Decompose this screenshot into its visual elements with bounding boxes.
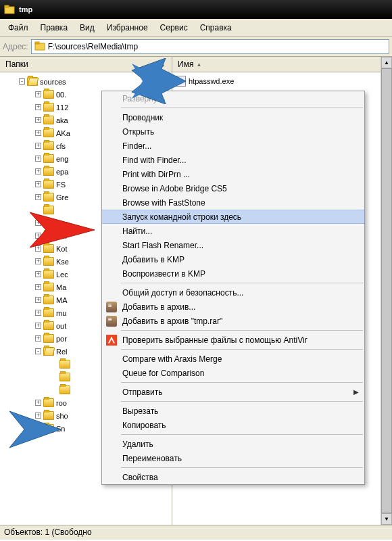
expand-icon[interactable]: + — [35, 297, 41, 303]
context-menu-item-label: Добавить в архив "tmp.rar" — [122, 316, 222, 326]
context-menu-item-label: Свойства — [122, 473, 158, 482]
context-menu-item[interactable]: Воспроизвести в KMP — [102, 266, 364, 281]
expand-icon[interactable]: + — [35, 91, 41, 97]
expand-icon[interactable]: + — [35, 284, 41, 290]
context-menu-item[interactable]: Удалить — [102, 437, 364, 451]
context-menu-item[interactable]: Проводник — [102, 110, 364, 124]
folder-icon — [4, 4, 15, 15]
address-label: Адрес: — [3, 42, 28, 51]
context-menu-item[interactable]: Browse in Adobe Bridge CS5 — [102, 181, 364, 195]
folder-icon — [59, 385, 70, 394]
expand-icon[interactable]: + — [35, 143, 41, 149]
column-header-name[interactable]: Имя ▲ — [172, 57, 392, 72]
context-menu-item[interactable]: Добавить в архив "tmp.rar" — [102, 314, 364, 328]
context-menu-item-label: Удалить — [122, 440, 153, 449]
expand-icon[interactable]: + — [35, 335, 41, 342]
tree-spacer — [51, 361, 57, 367]
tree-item-label: Ma — [56, 283, 66, 291]
collapse-icon[interactable]: - — [19, 78, 25, 85]
context-menu-item-label: Browse with FastStone — [122, 198, 205, 208]
context-menu-item[interactable]: Добавить в KMP — [102, 252, 364, 266]
tree-item-label: out — [56, 322, 66, 330]
context-menu-item[interactable]: Start Flash Renamer... — [102, 238, 364, 252]
folder-icon — [43, 270, 54, 279]
folder-icon — [43, 257, 54, 266]
expand-icon[interactable]: + — [35, 271, 41, 277]
annotation-arrow-red — [30, 208, 104, 252]
menu-tools[interactable]: Сервис — [155, 20, 193, 35]
expand-icon[interactable]: + — [35, 104, 41, 110]
context-menu-item[interactable]: Добавить в архив... — [102, 300, 364, 314]
expand-icon[interactable]: + — [35, 156, 41, 162]
menu-view[interactable]: Вид — [74, 20, 100, 35]
context-menu-item[interactable]: Finder... — [102, 139, 364, 153]
expand-icon[interactable]: + — [35, 181, 41, 187]
context-menu-item[interactable]: Print with DirPrn ... — [102, 167, 364, 181]
context-menu-separator — [121, 382, 363, 383]
annotation-arrow-blue-top — [132, 58, 186, 104]
context-menu-item[interactable]: Открыть — [102, 124, 364, 139]
menu-file[interactable]: Файл — [3, 20, 34, 35]
tree-item-label: AKa — [56, 129, 70, 137]
tree-item-label: epa — [56, 168, 68, 176]
context-menu-item[interactable]: Browse with FastStone — [102, 195, 364, 210]
folder-icon — [43, 180, 54, 189]
context-menu-separator — [121, 283, 363, 283]
context-menu-item-label: Find with Finder... — [122, 156, 187, 165]
expand-icon[interactable]: + — [35, 400, 41, 406]
tree-item-label: MA — [56, 296, 68, 304]
scroll-track[interactable] — [381, 68, 392, 513]
context-menu-item[interactable]: Копировать — [102, 418, 364, 432]
folder-icon — [43, 167, 54, 176]
tree-item-label: 112 — [56, 103, 68, 112]
menubar: Файл Правка Вид Избранное Сервис Справка — [0, 19, 392, 37]
tree-item-label: Kse — [56, 258, 69, 266]
tree-item-label: FS — [56, 181, 66, 189]
context-menu-item[interactable]: Queue for Comparison — [102, 366, 364, 380]
address-input[interactable]: F:\sources\RelMedia\tmp — [31, 39, 389, 54]
context-menu-item-label: Переименовать — [122, 454, 182, 463]
context-menu-item-label: Общий доступ и безопасность... — [122, 288, 243, 298]
tree-spacer — [51, 374, 57, 380]
tree-item-label: aka — [56, 116, 68, 124]
expand-icon[interactable]: + — [35, 130, 41, 136]
scroll-thumb[interactable] — [381, 68, 392, 513]
context-menu-item[interactable]: Найти... — [102, 224, 364, 238]
scroll-up-button[interactable]: ▲ — [381, 57, 392, 68]
context-menu-item[interactable]: Вырезать — [102, 404, 364, 418]
menu-help[interactable]: Справка — [195, 20, 237, 35]
context-menu-item[interactable]: Отправить▶ — [102, 385, 364, 399]
list-item[interactable]: ▭ htpasswd.exe — [175, 75, 389, 87]
context-menu-item[interactable]: Проверить выбранные файлы с помощью Anti… — [102, 333, 364, 347]
context-menu-item[interactable]: Запуск командной строки здесь — [102, 210, 364, 224]
context-menu-item-label: Копировать — [122, 421, 166, 430]
context-menu-item-label: Добавить в KMP — [122, 255, 185, 264]
addressbar: Адрес: F:\sources\RelMedia\tmp — [0, 37, 392, 57]
menu-favorites[interactable]: Избранное — [101, 20, 153, 35]
context-menu-item-label: Запуск командной строки здесь — [122, 212, 241, 222]
expand-icon[interactable]: + — [35, 258, 41, 264]
expand-icon[interactable]: + — [35, 117, 41, 123]
expand-icon[interactable]: + — [35, 310, 41, 316]
context-menu-item[interactable]: Общий доступ и безопасность... — [102, 285, 364, 300]
status-text: Объектов: 1 (Свободно — [4, 527, 92, 537]
context-menu-item[interactable]: Compare with Araxis Merge — [102, 352, 364, 366]
context-menu-item[interactable]: Свойства — [102, 470, 364, 484]
context-menu-item-label: Добавить в архив... — [122, 302, 195, 312]
scroll-down-button[interactable]: ▼ — [381, 513, 392, 525]
titlebar: tmp — [0, 0, 392, 19]
vertical-scrollbar[interactable]: ▲ ▼ — [381, 57, 392, 525]
svg-rect-3 — [35, 42, 39, 44]
expand-icon[interactable]: + — [35, 323, 41, 329]
context-menu-separator — [121, 467, 363, 468]
submenu-arrow-icon: ▶ — [353, 388, 359, 396]
archive-icon — [106, 316, 117, 327]
folder-icon — [43, 90, 54, 99]
expand-icon[interactable]: + — [35, 194, 41, 200]
context-menu-item[interactable]: Find with Finder... — [102, 153, 364, 167]
menu-edit[interactable]: Правка — [35, 20, 74, 35]
expand-icon[interactable]: + — [35, 168, 41, 174]
context-menu-item[interactable]: Переименовать — [102, 451, 364, 465]
collapse-icon[interactable]: - — [35, 348, 41, 354]
context-menu: РазвернутьПроводникОткрытьFinder...Find … — [101, 91, 365, 485]
